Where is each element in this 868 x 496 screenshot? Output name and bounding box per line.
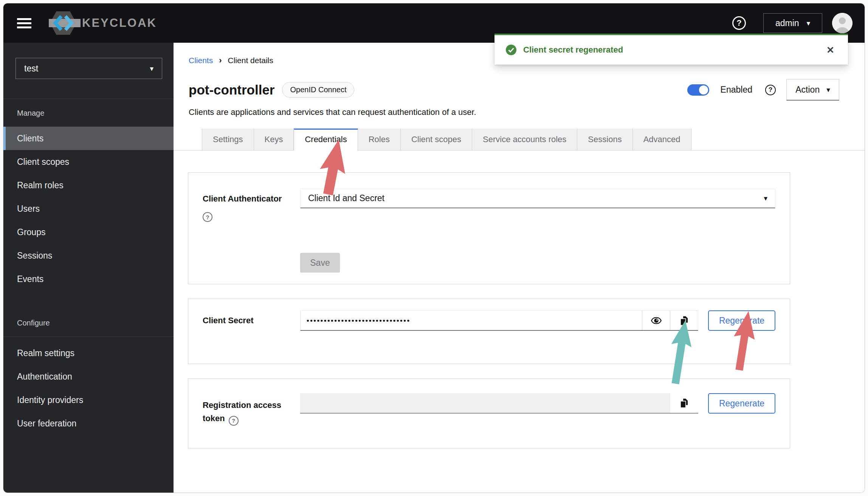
sidebar-gap [3,291,174,309]
help-icon[interactable]: ? [732,16,746,30]
keycloak-logo: KEYCLOAK [49,11,157,35]
username: admin [775,18,799,28]
avatar[interactable] [832,13,852,33]
question-circle-icon[interactable]: ? [765,85,776,95]
sidebar-item-sessions[interactable]: Sessions [3,244,174,267]
breadcrumb-clients-link[interactable]: Clients [189,56,213,65]
menu-icon[interactable] [17,16,31,31]
sidebar-item-identity-providers[interactable]: Identity providers [3,388,174,412]
page-header: pot-controller OpenID Connect Enabled ? … [189,79,839,101]
tab-bar: Settings Keys Credentials Roles Client s… [174,129,865,150]
top-bar-right: ? admin ▾ [732,13,852,33]
tab-settings[interactable]: Settings [202,129,254,150]
registration-token-label: Registration access token [203,400,281,423]
client-authenticator-value: Client Id and Secret [308,193,384,203]
caret-down-icon: ▾ [150,65,153,72]
realm-select[interactable]: test ▾ [16,58,162,79]
question-circle-icon[interactable]: ? [229,416,239,426]
sidebar-item-groups[interactable]: Groups [3,220,174,244]
action-dropdown[interactable]: Action ▾ [786,79,839,101]
user-avatar-icon [832,13,852,33]
save-button[interactable]: Save [300,253,340,273]
close-icon[interactable]: ✕ [824,44,837,56]
copy-icon [679,315,690,326]
client-secret-label: Client Secret [203,310,300,326]
question-circle-icon[interactable]: ? [203,212,212,222]
sidebar-item-realm-roles[interactable]: Realm roles [3,174,174,197]
copy-token-button[interactable] [670,393,698,413]
registration-token-input-group [300,393,698,414]
client-secret-card: Client Secret ••••••••••••••••••••••••••… [188,299,790,364]
client-authenticator-label: Client Authenticator [203,194,282,203]
keycloak-logo-icon [49,11,81,35]
sidebar-section-manage: Manage [3,99,174,127]
page-header-controls: Enabled ? Action ▾ [687,79,839,101]
breadcrumb-current: Client details [228,56,273,65]
realm-select-value: test [24,64,38,74]
breadcrumb-separator-icon: › [219,56,222,65]
caret-down-icon: ▾ [826,86,830,93]
sidebar-item-clients[interactable]: Clients [3,127,174,150]
tab-service-accounts-roles[interactable]: Service accounts roles [472,129,577,150]
copy-icon [679,397,690,409]
tab-credentials[interactable]: Credentials [294,129,358,150]
sidebar-item-realm-settings[interactable]: Realm settings [3,341,174,365]
protocol-badge: OpenID Connect [282,82,354,98]
sidebar-nav-manage: Clients Client scopes Realm roles Users … [3,127,174,291]
user-menu[interactable]: admin ▾ [763,13,822,33]
page-title: pot-controller [189,82,274,98]
caret-down-icon: ▾ [807,20,811,27]
regenerate-token-button[interactable]: Regenerate [708,393,775,414]
client-secret-input-group: •••••••••••••••••••••••••••••• [300,310,698,331]
tab-keys[interactable]: Keys [254,129,294,150]
tab-roles[interactable]: Roles [358,129,401,150]
client-authenticator-card: Client Authenticator ? Client Id and Sec… [188,172,790,284]
sidebar-nav-configure: Realm settings Authentication Identity p… [3,337,174,435]
registration-token-card: Registration access token? Regenerate [188,378,790,448]
sidebar-item-users[interactable]: Users [3,197,174,220]
success-toast: Client secret regenerated ✕ [494,34,848,65]
registration-token-input[interactable] [300,393,670,413]
show-secret-button[interactable] [642,311,670,330]
tab-sessions[interactable]: Sessions [577,129,632,150]
sidebar-item-authentication[interactable]: Authentication [3,365,174,388]
eye-icon [651,315,662,326]
client-secret-input[interactable]: •••••••••••••••••••••••••••••• [301,311,642,330]
copy-secret-button[interactable] [670,311,698,330]
tab-client-scopes[interactable]: Client scopes [401,129,472,150]
sidebar: test ▾ Manage Clients Client scopes Real… [3,43,174,493]
enabled-toggle[interactable] [687,84,709,96]
sidebar-item-events[interactable]: Events [3,267,174,291]
app-window: KEYCLOAK ? admin ▾ test ▾ [3,3,865,493]
client-authenticator-select[interactable]: Client Id and Secret ▾ [300,189,775,208]
check-circle-icon [506,45,516,55]
toggle-knob [699,85,708,95]
toast-message: Client secret regenerated [523,45,623,55]
main-content: Clients › Client details pot-controller … [174,43,865,493]
enabled-label: Enabled [721,85,752,95]
page-description: Clients are applications and services th… [189,107,865,117]
tab-advanced[interactable]: Advanced [633,129,691,150]
action-dropdown-label: Action [795,85,820,95]
registration-token-label-block: Registration access token? [203,393,300,426]
sidebar-item-user-federation[interactable]: User federation [3,412,174,435]
client-authenticator-label-block: Client Authenticator ? [203,189,300,222]
regenerate-secret-button[interactable]: Regenerate [708,310,775,331]
sidebar-item-client-scopes[interactable]: Client scopes [3,150,174,174]
sidebar-section-configure: Configure [3,309,174,336]
brand-name: KEYCLOAK [82,16,157,30]
caret-down-icon: ▾ [764,195,767,202]
